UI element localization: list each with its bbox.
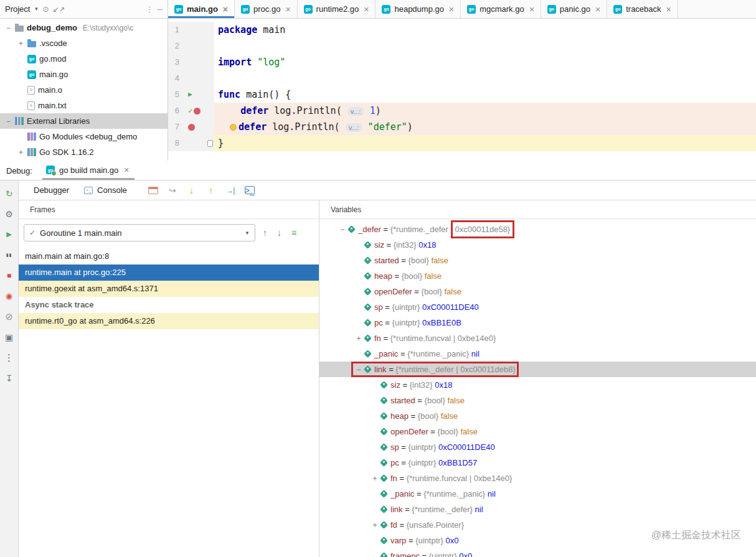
frame-row[interactable]: runtime.rt0_go at asm_amd64.s:226 [19,313,319,329]
variable-row-pc[interactable]: pc = {uintptr} 0xBB1D57 [319,455,756,470]
tab-debugger[interactable]: Debugger [26,180,77,200]
variable-row-siz[interactable]: siz = {int32} 0x18 [319,377,756,393]
stop-icon[interactable]: ■ [0,265,18,286]
close-icon[interactable]: × [223,5,228,14]
tree-expander[interactable]: − [354,365,363,374]
tree-item-main-go[interactable]: main.go [0,67,168,82]
variable-row-started[interactable]: started = {bool} false [319,393,756,408]
tab-runtime2-go[interactable]: runtime2.go× [298,0,376,18]
tab-heapdump-go[interactable]: heapdump.go× [376,0,461,18]
thread-dump-icon[interactable]: ▣ [0,327,18,347]
layout-icon[interactable] [148,187,158,194]
variable-row-panic[interactable]: _panic = {*runtime._panic} nil [319,486,756,502]
variable-row-panic[interactable]: _panic = {*runtime._panic} nil [319,346,756,362]
pause-icon[interactable]: ▮▮ [0,245,18,265]
variable-row-sp[interactable]: sp = {uintptr} 0xC00011DE40 [319,439,756,455]
debug-session-tab[interactable]: go build main.go × [42,162,135,180]
variable-row-link[interactable]: −link = {*runtime._defer | 0xc00011deb8} [319,362,756,377]
code-line[interactable]: defer log.Println( v...: 1) [214,103,756,119]
close-icon[interactable]: × [449,5,454,14]
tree-expander[interactable]: + [371,521,379,530]
resume-icon[interactable]: ▶ [0,224,18,245]
variable-row-opendefer[interactable]: openDefer = {bool} false [319,284,756,299]
tree-item-go-sdk-1-16-2[interactable]: +Go SDK 1.16.2 [0,144,168,160]
close-icon[interactable]: × [595,5,600,14]
threads-icon[interactable]: ≡ [291,228,296,238]
tree-item-external-libraries[interactable]: −External Libraries [0,113,168,129]
hide-panel-icon[interactable]: ─ [157,5,163,14]
code-line[interactable]: import "log" [214,54,756,70]
tab-panic-go[interactable]: panic.go× [541,0,607,18]
locate-file-icon[interactable]: ⊙ [42,5,49,14]
code-line[interactable] [214,70,756,87]
run-icon[interactable]: ▶ [188,87,192,103]
view-breakpoints-icon[interactable]: ◉ [0,286,18,306]
tab-proc-go[interactable]: proc.go× [235,0,298,18]
variable-row-heap[interactable]: heap = {bool} false [319,268,756,284]
tree-expander[interactable]: + [354,334,363,343]
close-icon[interactable]: × [666,5,671,14]
frame-row[interactable]: Async stack trace [19,297,319,313]
tree-item-main-txt[interactable]: main.txt [0,98,168,113]
tree-expander[interactable]: − [5,117,12,126]
fold-marker-icon[interactable] [207,140,213,147]
variable-row-fn[interactable]: +fn = {*runtime.funcval | 0xbe14e0} [319,470,756,486]
variable-row-framepc[interactable]: framepc = {uintptr} 0x0 [319,548,756,557]
close-icon[interactable]: × [529,5,534,14]
project-dropdown[interactable]: Project [5,4,30,14]
tree-expander[interactable]: − [5,24,12,32]
settings-icon[interactable]: ⚙ [0,204,18,224]
goroutine-selector[interactable]: ✓ Goroutine 1 main.main ▼ [24,224,255,241]
tree-expander[interactable]: − [338,225,347,234]
close-icon[interactable]: × [285,5,290,14]
variable-row-pc[interactable]: pc = {uintptr} 0xBB1E0B [319,315,756,330]
variable-row-link[interactable]: link = {*runtime._defer} nil [319,502,756,517]
more-options-icon[interactable]: ⋮ [146,5,153,14]
tab-traceback[interactable]: traceback× [607,0,678,18]
tree-expander[interactable]: + [371,474,379,483]
variable-row-opendefer[interactable]: openDefer = {bool} false [319,424,756,439]
tree-expander[interactable]: + [17,39,24,48]
code-line[interactable]: defer log.Println( v...: "defer") [214,119,756,135]
frame-row[interactable]: runtime.goexit at asm_amd64.s:1371 [19,281,319,297]
mute-breakpoints-icon[interactable]: ⊘ [0,306,18,327]
close-icon[interactable]: × [124,166,129,174]
frame-row[interactable]: runtime.main at proc.go:225 [19,264,319,281]
up-icon[interactable]: ↑ [263,228,267,238]
tree-item-main-o[interactable]: main.o [0,82,168,98]
code-line[interactable]: } [214,135,756,151]
variable-row-siz[interactable]: siz = {int32} 0x18 [319,237,756,253]
tab-mgcmark-go[interactable]: mgcmark.go× [461,0,541,18]
show-execution-point-icon[interactable]: ↪ [168,185,177,195]
pin-icon[interactable]: ↧ [0,368,18,388]
breakpoint-icon[interactable] [194,108,201,115]
step-out-icon[interactable]: ↑ [206,185,216,195]
variable-row-defer[interactable]: −_defer = {*runtime._defer | 0xc00011de5… [319,222,756,237]
more-icon[interactable]: ⋮ [0,347,18,368]
tab-main-go[interactable]: main.go× [168,0,235,18]
evaluate-icon[interactable] [245,186,255,194]
tree-item-vscode[interactable]: +.vscode [0,35,168,51]
collapse-all-icon[interactable]: ↙↗ [52,5,65,14]
variable-row-sp[interactable]: sp = {uintptr} 0xC00011DE40 [319,299,756,315]
intention-bulb-icon[interactable] [230,124,237,131]
code-line[interactable]: package main [214,22,756,38]
variable-row-started[interactable]: started = {bool} false [319,253,756,268]
variable-row-fn[interactable]: +fn = {*runtime.funcval | 0xbe14e0} [319,330,756,346]
frame-row[interactable]: main.main at main.go:8 [19,248,319,264]
variable-row-heap[interactable]: heap = {bool} false [319,408,756,424]
tree-item-go-mod[interactable]: go.mod [0,51,168,67]
rerun-icon[interactable]: ↻ [0,183,18,204]
code-line[interactable] [214,38,756,54]
tree-expander[interactable]: + [17,148,24,157]
step-into-icon[interactable]: ↓ [187,185,197,195]
tree-item-debug-demo[interactable]: −debug_demoE:\studyxx\go\c [0,20,168,35]
close-icon[interactable]: × [364,5,369,14]
code-line[interactable]: func main() { [214,87,756,103]
run-to-cursor-icon[interactable]: →| [225,186,235,195]
tab-console[interactable]: Console [77,180,135,200]
chevron-down-icon[interactable]: ▼ [34,6,39,12]
breakpoint-icon[interactable] [188,124,195,131]
tree-item-go-modules-debug-demo[interactable]: Go Modules <debug_demo [0,129,168,144]
down-icon[interactable]: ↓ [277,228,281,238]
